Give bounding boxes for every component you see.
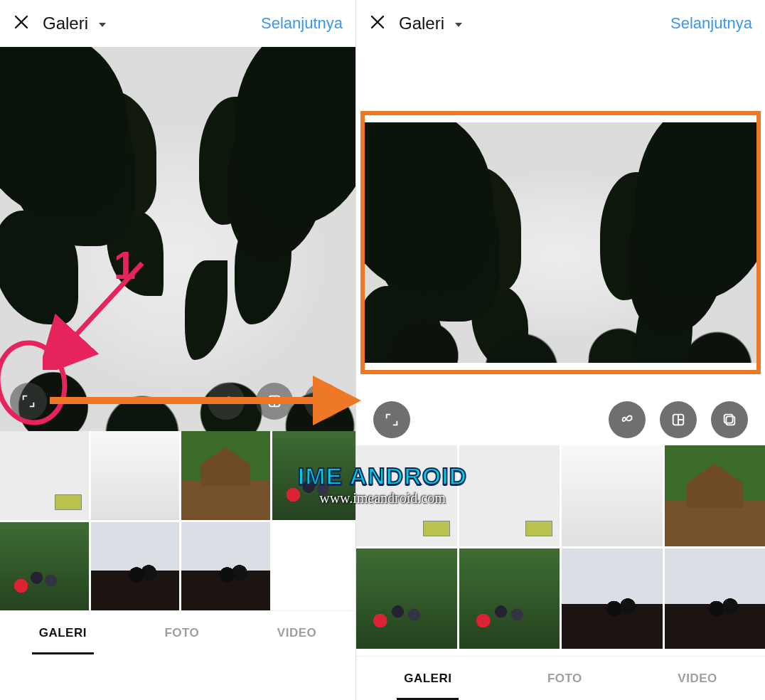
expand-icon <box>21 393 36 409</box>
thumbnail[interactable] <box>562 548 663 649</box>
thumbnail[interactable] <box>272 431 356 520</box>
infinity-icon <box>619 412 635 428</box>
thumbnail-grid <box>356 445 765 656</box>
tab-video[interactable]: VIDEO <box>274 622 319 645</box>
gallery-label: Galeri <box>43 14 88 33</box>
thumbnail[interactable] <box>459 445 560 546</box>
thumbnail[interactable] <box>181 431 270 520</box>
collage-icon <box>267 393 282 409</box>
svg-rect-6 <box>724 415 733 423</box>
tab-photo[interactable]: FOTO <box>161 622 202 645</box>
svg-rect-2 <box>318 396 326 405</box>
thumbnail[interactable] <box>356 548 457 649</box>
chevron-down-icon <box>454 14 463 33</box>
thumbnail[interactable] <box>0 522 89 611</box>
layout-button[interactable] <box>256 383 293 420</box>
gallery-label: Galeri <box>399 14 444 33</box>
close-icon <box>13 14 30 31</box>
collage-icon <box>670 412 686 428</box>
thumbnail[interactable] <box>0 431 89 520</box>
annotation-result-box <box>360 111 761 374</box>
thumbnail[interactable] <box>91 522 180 611</box>
close-button[interactable] <box>13 14 30 33</box>
thumbnail[interactable] <box>562 651 663 656</box>
expand-crop-button[interactable] <box>10 383 47 420</box>
tab-gallery[interactable]: GALERI <box>401 667 454 690</box>
multi-select-icon <box>315 393 331 409</box>
multi-select-button[interactable] <box>711 401 748 438</box>
thumbnail[interactable] <box>459 651 560 656</box>
preview-area[interactable] <box>0 47 355 431</box>
infinity-icon <box>218 393 234 409</box>
thumbnail[interactable] <box>356 445 457 546</box>
top-bar: Galeri Selanjutnya <box>0 0 355 47</box>
close-button[interactable] <box>369 14 386 33</box>
multi-select-icon <box>722 412 737 428</box>
thumbnail[interactable] <box>181 522 270 611</box>
selected-photo[interactable] <box>365 122 756 363</box>
expand-crop-button[interactable] <box>373 401 410 438</box>
chevron-down-icon <box>98 14 107 33</box>
thumbnail[interactable] <box>356 651 457 656</box>
gallery-dropdown[interactable]: Galeri <box>399 14 463 33</box>
bottom-tabs: GALERI FOTO VIDEO <box>0 610 355 654</box>
tab-photo[interactable]: FOTO <box>545 667 585 690</box>
multi-select-button[interactable] <box>304 383 341 420</box>
boomerang-button[interactable] <box>208 383 245 420</box>
thumbnail[interactable] <box>91 431 180 520</box>
gallery-dropdown[interactable]: Galeri <box>43 14 107 33</box>
thumbnail[interactable] <box>459 548 560 649</box>
thumbnail[interactable] <box>272 522 356 611</box>
tab-gallery[interactable]: GALERI <box>36 622 90 645</box>
svg-rect-1 <box>319 398 328 406</box>
thumbnail[interactable] <box>562 445 663 546</box>
top-bar: Galeri Selanjutnya <box>356 0 765 47</box>
close-icon <box>369 14 386 31</box>
bottom-tabs: GALERI FOTO VIDEO <box>356 656 765 700</box>
thumbnail[interactable] <box>665 445 766 546</box>
screen-after: Galeri Selanjutnya <box>355 0 765 700</box>
thumbnail-grid <box>0 431 355 610</box>
selected-photo[interactable] <box>0 47 355 431</box>
expand-icon <box>384 412 400 428</box>
tab-video[interactable]: VIDEO <box>675 667 719 690</box>
layout-button[interactable] <box>660 401 697 438</box>
thumbnail[interactable] <box>665 651 766 656</box>
thumbnail[interactable] <box>665 548 766 649</box>
preview-area[interactable] <box>356 47 765 445</box>
next-button[interactable]: Selanjutnya <box>670 14 752 33</box>
screen-before: Galeri Selanjutnya <box>0 0 355 654</box>
svg-rect-5 <box>726 416 734 425</box>
boomerang-button[interactable] <box>609 401 646 438</box>
next-button[interactable]: Selanjutnya <box>261 14 343 33</box>
